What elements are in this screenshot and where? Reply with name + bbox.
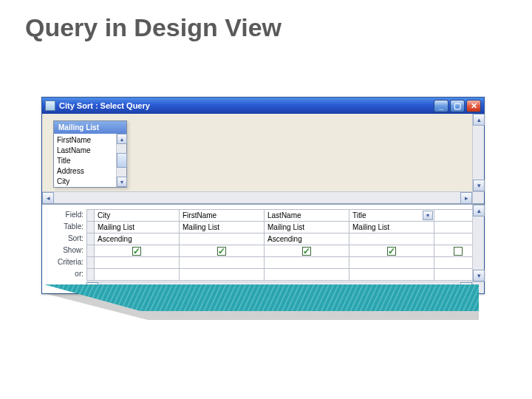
decorative-wedge: [44, 284, 479, 326]
row-label-or: or:: [42, 268, 86, 280]
cell-field[interactable]: Title ▾: [349, 210, 434, 222]
cell-show[interactable]: [95, 245, 180, 257]
field-item[interactable]: City: [57, 177, 115, 187]
row-label-field: Field:: [42, 209, 86, 221]
cell-or[interactable]: [95, 269, 180, 281]
row-label-sort: Sort:: [42, 233, 86, 245]
show-checkbox[interactable]: [132, 247, 141, 256]
cell-field[interactable]: LastName: [265, 210, 349, 222]
cell-criteria[interactable]: [349, 257, 434, 269]
show-checkbox[interactable]: [302, 247, 311, 256]
app-icon: [45, 100, 55, 111]
cell-show[interactable]: [349, 245, 434, 257]
minimize-button[interactable]: _: [434, 100, 449, 112]
cell-table[interactable]: Mailing List: [349, 222, 434, 233]
cell-table[interactable]: Mailing List: [265, 222, 349, 233]
cell-sort[interactable]: [349, 233, 434, 245]
scroll-up-icon[interactable]: ▴: [117, 134, 127, 144]
cell-table[interactable]: Mailing List: [95, 222, 180, 233]
row-label-show: Show:: [42, 245, 86, 256]
cell-criteria[interactable]: [95, 257, 180, 269]
cell-field-text: Title: [352, 211, 366, 219]
row-selector[interactable]: [87, 233, 95, 245]
scroll-down-icon[interactable]: ▾: [473, 180, 485, 191]
query-window: City Sort : Select Query _ ▢ ✕ Mailing L…: [41, 97, 485, 294]
maximize-button[interactable]: ▢: [450, 100, 465, 112]
upper-pane-vertical-scrollbar[interactable]: ▴ ▾: [472, 114, 484, 191]
row-selector[interactable]: [87, 257, 95, 269]
close-button[interactable]: ✕: [466, 100, 481, 112]
scroll-left-icon[interactable]: ◂: [42, 192, 54, 204]
cell-criteria[interactable]: [265, 257, 349, 269]
window-titlebar[interactable]: City Sort : Select Query _ ▢ ✕: [42, 98, 484, 114]
cell-sort[interactable]: Ascending: [95, 233, 180, 245]
cell-or[interactable]: [180, 269, 265, 281]
row-selector[interactable]: [87, 222, 95, 233]
cell-criteria[interactable]: [180, 257, 265, 269]
upper-pane-horizontal-scrollbar[interactable]: ◂ ▸: [42, 191, 472, 203]
design-grid-table: City FirstName LastName Title ▾ Mailing …: [86, 209, 482, 281]
table-field-list[interactable]: Mailing List FirstName LastName Title Ad…: [53, 120, 127, 188]
show-checkbox[interactable]: [387, 247, 396, 256]
row-selector[interactable]: [87, 269, 95, 281]
row-label-table: Table:: [42, 221, 86, 233]
cell-field[interactable]: City: [95, 210, 180, 222]
field-list-scrollbar[interactable]: ▴ ▾: [116, 134, 126, 187]
window-title: City Sort : Select Query: [59, 101, 434, 110]
scroll-right-icon[interactable]: ▸: [460, 192, 472, 204]
query-design-grid: Field: Table: Sort: Show: Criteria: or: …: [42, 205, 484, 293]
scroll-thumb[interactable]: [117, 153, 127, 168]
scroll-down-icon[interactable]: ▾: [473, 270, 485, 282]
row-selector[interactable]: [87, 210, 95, 222]
cell-or[interactable]: [265, 269, 349, 281]
cell-or[interactable]: [349, 269, 434, 281]
show-checkbox[interactable]: [217, 247, 226, 256]
cell-show[interactable]: [180, 245, 265, 257]
cell-sort[interactable]: Ascending: [265, 233, 349, 245]
table-field-list-header: Mailing List: [54, 121, 126, 134]
field-item[interactable]: LastName: [57, 146, 115, 156]
cell-table[interactable]: Mailing List: [180, 222, 265, 233]
dropdown-arrow-icon[interactable]: ▾: [423, 211, 433, 220]
scroll-up-icon[interactable]: ▴: [473, 205, 485, 216]
slide-title: Query in Design View: [0, 0, 532, 42]
row-selector[interactable]: [87, 245, 95, 257]
field-item[interactable]: Title: [57, 156, 115, 166]
grid-vertical-scrollbar[interactable]: ▴ ▾: [472, 205, 484, 282]
grid-row-labels: Field: Table: Sort: Show: Criteria: or:: [42, 209, 86, 280]
cell-show[interactable]: [265, 245, 349, 257]
cell-sort[interactable]: [180, 233, 265, 245]
field-item[interactable]: FirstName: [57, 135, 115, 146]
row-label-criteria: Criteria:: [42, 256, 86, 268]
scroll-up-icon[interactable]: ▴: [473, 114, 485, 126]
show-checkbox[interactable]: [454, 247, 463, 256]
scroll-corner: [472, 191, 484, 203]
cell-field[interactable]: FirstName: [180, 210, 265, 222]
field-item[interactable]: Address: [57, 166, 115, 177]
tables-pane: Mailing List FirstName LastName Title Ad…: [42, 114, 484, 205]
scroll-down-icon[interactable]: ▾: [117, 177, 127, 187]
